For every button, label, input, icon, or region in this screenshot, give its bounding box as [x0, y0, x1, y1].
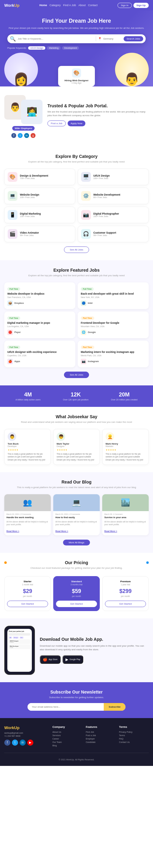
- footer-link-candidate[interactable]: Candidate: [86, 741, 115, 743]
- list-item[interactable]: 🎬 Video Animator98+ Free Jobs: [4, 226, 75, 242]
- featured-section: Explore Featured Jobs Explore all the to…: [0, 260, 153, 385]
- list-item[interactable]: 📱 Digital Marketing130+ Free Jobs: [4, 207, 75, 223]
- table-row[interactable]: Full Time Digital marketing manager in p…: [4, 311, 75, 338]
- nav-about[interactable]: About: [78, 4, 86, 7]
- list-item[interactable]: 💻 Website Design100+ Free Jobs: [4, 188, 75, 204]
- plan-name-0: Starter: [7, 580, 48, 583]
- footer-link-services[interactable]: Services: [52, 734, 82, 737]
- footer-link-privacy[interactable]: Privacy Policy: [119, 731, 149, 733]
- nav-home[interactable]: Home: [39, 4, 47, 7]
- newsletter-title: Subscribe Our Newsletter: [4, 689, 149, 694]
- footer-col-terms: Terms Privacy Policy Terms FAQ Contact U…: [119, 725, 149, 748]
- footer-twitter-icon[interactable]: t: [12, 740, 18, 746]
- footer-link-terms[interactable]: Terms: [119, 734, 149, 737]
- footer-link-findjob[interactable]: Find Job: [86, 731, 115, 733]
- footer-link-team[interactable]: Our Team: [52, 741, 82, 743]
- list-item[interactable]: 🎨 Design & Development700+ Free Jobs: [4, 168, 75, 185]
- popular-tag-uiux[interactable]: UI/UX Design: [28, 46, 45, 50]
- job-company-5: 📷 Instagram: [81, 359, 146, 364]
- list-item[interactable]: 🖥️ UI/UX Design100+ Free Jobs: [78, 168, 149, 185]
- testimonials-grid: 👨 Tom Buck Developer ★★★★★ This is reall…: [4, 429, 149, 465]
- blog-readmore-2[interactable]: Read More >: [104, 530, 117, 532]
- playstore-button[interactable]: ▶ Google Play: [63, 655, 83, 664]
- table-row[interactable]: Full Time Back-end developer with great …: [78, 282, 149, 309]
- cat-info-1: UI/UX Design100+ Free Jobs: [93, 174, 110, 179]
- cat-info-2: Website Design100+ Free Jobs: [20, 193, 39, 198]
- list-item[interactable]: 🎧 Customer Support98+ Free Jobs: [78, 226, 149, 242]
- appstore-button[interactable]: 🍎 App Store: [40, 655, 61, 664]
- signin-button[interactable]: Sign In: [117, 3, 132, 8]
- job-badge-1: Full Time: [81, 287, 93, 291]
- job-company-0: 📦 Dropbox: [7, 301, 72, 306]
- footer-linkedin-icon[interactable]: in: [20, 740, 26, 746]
- linkedin-icon[interactable]: in: [24, 133, 29, 138]
- hero-card-title: Hiring Web Designer: [62, 79, 91, 82]
- footer-link-contact[interactable]: Contact Us: [119, 741, 149, 743]
- company-logo-2: 🔴: [7, 330, 13, 335]
- apply-now-button[interactable]: Apply Now: [68, 121, 85, 126]
- table-row[interactable]: Full Time Website developer in dropbox S…: [4, 282, 75, 309]
- nav-category[interactable]: Category: [49, 4, 61, 7]
- blog-readmore-1[interactable]: Read More >: [55, 530, 68, 532]
- nav-findjob[interactable]: Find A Job: [63, 4, 76, 7]
- testi-stars-2: ★★★★★: [106, 448, 145, 451]
- plan-btn-0[interactable]: Get Started: [7, 601, 48, 607]
- search-button[interactable]: Search Jobs: [124, 36, 143, 41]
- facebook-icon[interactable]: f: [11, 133, 16, 138]
- google-icon[interactable]: g: [31, 133, 36, 138]
- table-row[interactable]: Full Time UI/UX designer with exciting e…: [4, 341, 75, 367]
- search-input[interactable]: [18, 37, 94, 40]
- twitter-icon[interactable]: t: [18, 133, 23, 138]
- location-icon: 📍: [98, 37, 102, 40]
- newsletter-submit[interactable]: Subscribe: [104, 703, 125, 711]
- job-title-2: Digital marketing manager in popo: [7, 321, 72, 324]
- employers-badge: 300k+ Employers: [12, 126, 35, 131]
- footer-link-employer[interactable]: Employer: [86, 738, 115, 740]
- footer-link-postjob[interactable]: Post a Job: [86, 734, 115, 737]
- blog-post-title-2: Survive in your area: [104, 516, 147, 519]
- nav-contact[interactable]: Contact: [88, 4, 98, 7]
- popular-tag-dev[interactable]: Development: [62, 46, 79, 50]
- footer-link-blog[interactable]: Blog: [52, 744, 82, 747]
- see-all-categories-button[interactable]: See All Jobs: [64, 247, 89, 253]
- blog-text-2: All the above details will be helpful in…: [104, 520, 147, 526]
- list-item[interactable]: 📷 Digital Photographer100+ Free Jobs: [78, 207, 149, 223]
- footer-logo: WorkUp: [4, 725, 49, 730]
- footer-link-about[interactable]: About Us: [52, 731, 82, 733]
- list-item[interactable]: ⚙️ Website Development80+ Free Jobs: [78, 188, 149, 204]
- popular-tag-marketing[interactable]: Marketing: [47, 46, 61, 50]
- see-all-jobs-button[interactable]: See All Jobs: [64, 372, 89, 378]
- footer-facebook-icon[interactable]: f: [4, 740, 10, 746]
- pricing-subtitle: Checkout our most featured package for g…: [7, 566, 146, 570]
- footer-link-career[interactable]: Career: [52, 738, 82, 740]
- stat-jobs: 12K Over 12k open job position: [63, 392, 88, 401]
- company-logo-3: 🌐: [81, 330, 86, 335]
- trusted-images: 👨 👩‍💻 300k+ Employers f t in g: [4, 95, 42, 138]
- signup-button[interactable]: Sign Up: [133, 3, 149, 8]
- phone-job-0: UI/UX Designer Dropbox: [9, 639, 30, 644]
- category-section: Explore By Category Explore all the top …: [0, 147, 153, 260]
- location-input[interactable]: [104, 37, 122, 40]
- plan-btn-1[interactable]: Get Started: [56, 601, 97, 607]
- footer-link-faq[interactable]: FAQ: [119, 738, 149, 740]
- footer-bottom: © 2021 WorkUp. All Rights Reserved.: [4, 753, 149, 762]
- phone-tag-0: All: [9, 637, 12, 639]
- job-badge-0: Full Time: [7, 287, 20, 291]
- plan-btn-2[interactable]: Get Started: [105, 601, 146, 607]
- footer-youtube-icon[interactable]: ▶: [27, 740, 33, 746]
- navbar: WorkUp Home Category Find A Job About Co…: [0, 0, 153, 10]
- table-row[interactable]: Part Time Marketing intern for exciting …: [78, 341, 149, 367]
- mobile-app-section: Find your perfect job All Design Dev UI/…: [0, 618, 153, 682]
- table-row[interactable]: Part Time Frontend Developer for Google …: [78, 311, 149, 338]
- blog-date-1: March 04, 2021 | 2 Comments: [55, 513, 98, 515]
- list-item: 👥 March 04, 2021 | 2 Comments Handle the…: [4, 494, 51, 535]
- newsletter-input[interactable]: [28, 703, 104, 711]
- more-blogs-button[interactable]: More All Blogs: [63, 539, 90, 546]
- company-name-5: Instagram: [88, 360, 99, 363]
- social-icons: f t in g: [11, 133, 36, 138]
- job-title-4: UI/UX designer with exciting experience: [7, 350, 72, 353]
- blog-readmore-0[interactable]: Read More >: [6, 530, 19, 532]
- trusted-buttons: Post a Job Apply Now: [47, 121, 149, 126]
- post-job-button[interactable]: Post a Job: [47, 121, 66, 126]
- plan-name-2: Premium: [105, 580, 146, 583]
